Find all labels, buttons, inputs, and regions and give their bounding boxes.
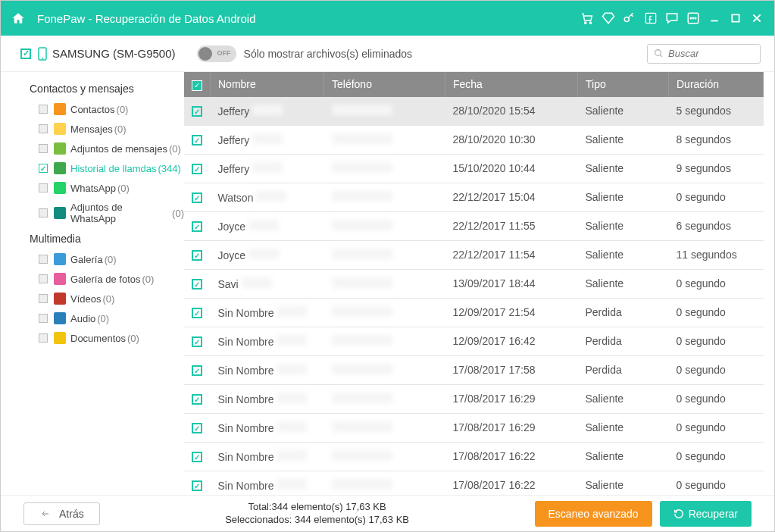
row-checkbox[interactable] (192, 279, 202, 289)
sidebar-checkbox[interactable] (39, 314, 48, 323)
table-row[interactable]: Sin Nombre 17/08/2017 16:29Saliente0 seg… (184, 384, 764, 413)
table-row[interactable]: Sin Nombre 17/08/2017 16:29Saliente0 seg… (184, 413, 764, 442)
maximize-icon[interactable] (729, 11, 742, 25)
cell-phone (324, 442, 445, 471)
col-checkbox[interactable]: ✓ (184, 72, 211, 97)
table-row[interactable]: Joyce 22/12/2017 11:55Saliente6 segundos (184, 211, 764, 240)
table-row[interactable]: Sin Nombre 12/09/2017 16:42Perdida0 segu… (184, 327, 764, 355)
cell-duration: 9 segundos (669, 154, 764, 183)
sidebar-checkbox[interactable] (39, 208, 48, 217)
table-row[interactable]: Sin Nombre 12/09/2017 21:54Perdida0 segu… (184, 298, 764, 327)
sidebar-item[interactable]: Mensajes (0) (11, 119, 184, 139)
key-icon[interactable] (623, 11, 636, 25)
feedback-icon[interactable] (665, 11, 679, 25)
cell-duration: 11 segundos (669, 240, 764, 269)
sidebar-item[interactable]: Galería de fotos (0) (11, 269, 184, 289)
sidebar-checkbox[interactable] (39, 124, 48, 133)
col-phone[interactable]: Teléfono (324, 72, 445, 97)
cell-name: Sin Nombre (211, 384, 324, 413)
col-name[interactable]: Nombre (211, 72, 324, 97)
sidebar-item[interactable]: Contactos (0) (11, 99, 184, 119)
sidebar-item[interactable]: Adjuntos de mensajes (0) (11, 139, 184, 158)
cell-type: Saliente (578, 240, 669, 269)
row-checkbox[interactable] (192, 394, 202, 405)
sidebar-item-count: (0) (142, 274, 155, 285)
table-row[interactable]: Sin Nombre 17/08/2017 17:58Perdida0 segu… (184, 355, 764, 384)
row-checkbox[interactable] (192, 106, 202, 117)
sidebar-item-icon (54, 142, 66, 155)
home-icon[interactable] (11, 11, 25, 25)
table-row[interactable]: Jeffery 28/10/2020 15:54Saliente5 segund… (184, 97, 764, 126)
recover-button[interactable]: Recuperar (660, 501, 752, 527)
minimize-icon[interactable] (708, 11, 721, 25)
search-input[interactable] (668, 48, 754, 59)
sidebar-item-icon (54, 253, 66, 265)
sidebar-item[interactable]: Documentos (0) (11, 328, 184, 348)
sidebar-checkbox[interactable] (39, 183, 48, 192)
row-checkbox[interactable] (192, 250, 202, 261)
sidebar-item[interactable]: Vídeos (0) (11, 289, 184, 308)
table-row[interactable]: Jeffery 15/10/2020 10:44Saliente9 segund… (184, 154, 764, 183)
row-checkbox[interactable] (192, 423, 202, 433)
phone-icon (37, 47, 48, 61)
cell-phone (324, 413, 445, 442)
sidebar-item[interactable]: Galería (0) (11, 249, 184, 269)
row-checkbox[interactable] (192, 365, 202, 376)
col-type[interactable]: Tipo (578, 72, 669, 97)
cell-phone (324, 327, 445, 355)
back-button[interactable]: Atrás (23, 502, 100, 525)
menu-icon[interactable] (686, 11, 700, 25)
sidebar-item-count: (0) (97, 313, 109, 324)
close-icon[interactable] (750, 11, 764, 25)
sidebar-item-icon (54, 332, 66, 344)
table-row[interactable]: Joyce 22/12/2017 11:54Saliente11 segundo… (184, 240, 764, 269)
sidebar-checkbox[interactable] (39, 274, 48, 283)
diamond-icon[interactable] (602, 11, 615, 25)
cell-name: Jeffery (211, 154, 324, 183)
table-row[interactable]: Jeffery 28/10/2020 10:30Saliente8 segund… (184, 125, 764, 154)
sidebar-checkbox[interactable] (39, 164, 48, 173)
table-row[interactable]: Savi 13/09/2017 18:44Saliente0 segundo (184, 269, 764, 298)
col-duration[interactable]: Duración (669, 72, 764, 97)
sidebar-item[interactable]: Historial de llamdas (344) (11, 158, 184, 178)
row-checkbox[interactable] (192, 164, 202, 174)
row-checkbox[interactable] (192, 221, 202, 232)
sidebar-item-label: Adjuntos de WhatsApp (70, 202, 170, 224)
cell-date: 17/08/2017 16:29 (445, 413, 578, 442)
row-checkbox[interactable] (192, 192, 202, 203)
sidebar-item-count: (0) (117, 183, 130, 194)
cell-phone (324, 183, 445, 211)
sidebar-item-label: Adjuntos de mensajes (70, 143, 167, 155)
sidebar-item[interactable]: Adjuntos de WhatsApp (0) (11, 198, 184, 228)
sidebar-checkbox[interactable] (39, 105, 48, 114)
table-row[interactable]: Sin Nombre 17/08/2017 16:22Saliente0 seg… (184, 442, 764, 471)
sidebar-item-label: Galería (70, 254, 103, 265)
cell-duration: 0 segundo (669, 413, 764, 442)
row-checkbox[interactable] (192, 336, 202, 347)
cell-date: 17/08/2017 17:58 (445, 355, 578, 384)
sidebar-item-count: (0) (105, 254, 117, 265)
sidebar-item-label: Audio (70, 313, 95, 324)
device-checkbox[interactable] (20, 49, 31, 59)
sidebar-item[interactable]: Audio (0) (11, 308, 184, 328)
table-row[interactable]: Sin Nombre 17/08/2017 16:22Saliente0 seg… (184, 471, 764, 495)
svg-point-14 (655, 50, 661, 56)
search-box[interactable] (647, 44, 761, 64)
sidebar-checkbox[interactable] (39, 294, 48, 303)
row-checkbox[interactable] (192, 308, 202, 318)
filter-toggle[interactable]: OFF (197, 45, 236, 62)
cell-date: 12/09/2017 21:54 (445, 298, 578, 327)
row-checkbox[interactable] (192, 135, 202, 146)
col-date[interactable]: Fecha (445, 72, 578, 97)
sidebar-item-icon (54, 123, 66, 135)
row-checkbox[interactable] (192, 480, 202, 491)
advanced-scan-button[interactable]: Escaneo avanzado (535, 501, 652, 527)
sidebar-checkbox[interactable] (39, 333, 48, 343)
cart-icon[interactable] (580, 11, 594, 25)
sidebar-checkbox[interactable] (39, 144, 48, 153)
sidebar-item[interactable]: WhatsApp (0) (11, 178, 184, 198)
sidebar-checkbox[interactable] (39, 255, 48, 264)
row-checkbox[interactable] (192, 452, 202, 462)
table-row[interactable]: Watson 22/12/2017 15:04Saliente0 segundo (184, 183, 764, 211)
facebook-icon[interactable] (644, 11, 658, 25)
